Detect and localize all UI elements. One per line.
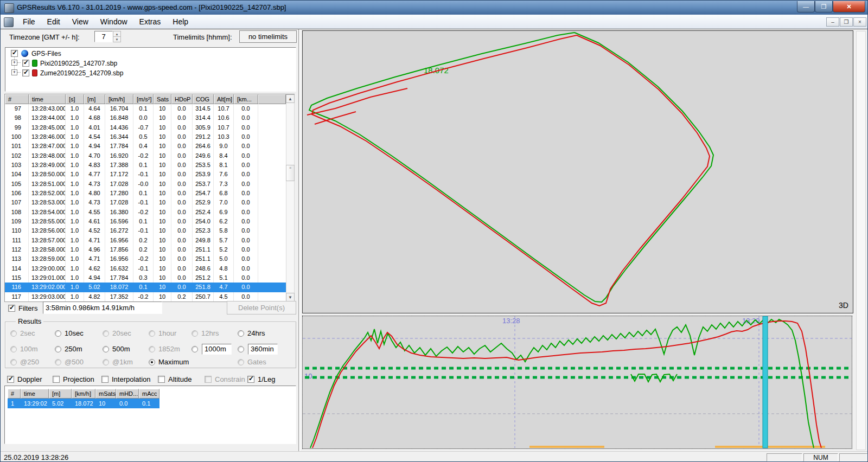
radio-gates[interactable] xyxy=(238,359,244,365)
table-header-cell[interactable]: [km... xyxy=(234,94,258,104)
table-row[interactable]: 10913:28:55.0001.04.6116.5960.1100.0254.… xyxy=(5,217,286,226)
tree-item-label[interactable]: Pixi20190225_142707.sbp xyxy=(40,60,117,67)
filters-checkbox[interactable]: ✓ xyxy=(8,305,15,312)
mdi-restore-button[interactable]: ❐ xyxy=(840,17,853,27)
table-row[interactable]: 10713:28:53.0001.04.7317.028-0.1100.0252… xyxy=(5,198,286,207)
menu-item-extras[interactable]: Extras xyxy=(133,17,167,26)
checkbox-1-leg[interactable]: ✓ xyxy=(247,376,254,383)
results-header-cell[interactable]: [m] xyxy=(49,389,72,399)
table-row[interactable]: 10213:28:48.0001.04.7016.920-0.2100.0249… xyxy=(5,151,286,161)
table-row[interactable]: 9913:28:45.0001.04.0114.436-0.7100.0305.… xyxy=(5,123,286,132)
checkbox-altitude[interactable] xyxy=(158,376,165,383)
tree-file-checkbox[interactable]: ✓ xyxy=(22,60,29,67)
radio-1000m[interactable] xyxy=(192,346,198,352)
table-row[interactable]: 11013:28:56.0001.04.5216.272-0.1100.0252… xyxy=(5,226,286,235)
table-row[interactable]: 11113:28:57.0001.04.7116.9560.2100.0249.… xyxy=(5,236,286,245)
radio-500[interactable] xyxy=(55,359,61,365)
tree-file-checkbox[interactable]: ✓ xyxy=(22,69,29,76)
table-row[interactable]: 9713:28:43.0001.04.6416.7040.1100.0314.5… xyxy=(5,104,286,113)
checkbox-doppler[interactable]: ✓ xyxy=(7,376,14,383)
table-scroll-up-button[interactable]: ▲ xyxy=(286,94,295,103)
radio-250[interactable] xyxy=(10,359,17,365)
results-header-cell[interactable]: mAcc xyxy=(139,389,159,399)
radio-2sec[interactable] xyxy=(10,330,17,337)
minimize-button[interactable]: — xyxy=(797,1,815,12)
table-row[interactable]: 10513:28:51.0001.04.7317.028-0.0100.0253… xyxy=(5,179,286,189)
mdi-document-icon[interactable] xyxy=(4,17,14,27)
tree-item-root[interactable]: GPS-Files xyxy=(31,50,61,57)
table-row[interactable]: 11313:28:59.0001.04.7116.956-0.2100.0251… xyxy=(5,254,286,264)
table-header-cell[interactable]: [km/h] xyxy=(105,94,133,104)
table-scroll-down-button[interactable]: ▼ xyxy=(286,293,295,301)
tree-root-checkbox[interactable]: ✓ xyxy=(11,50,18,57)
radio-maximum[interactable] xyxy=(149,359,155,365)
menu-item-help[interactable]: Help xyxy=(167,17,194,26)
table-header-cell[interactable]: [m/s²] xyxy=(133,94,154,104)
1000m-input[interactable]: 1000m xyxy=(202,344,232,355)
table-row[interactable]: 10613:28:52.0001.04.8017.2800.1100.0254.… xyxy=(5,189,286,198)
radio-1km[interactable] xyxy=(103,359,109,365)
menu-item-view[interactable]: View xyxy=(66,17,94,26)
table-row[interactable]: 11413:29:00.0001.04.6216.632-0.1100.0248… xyxy=(5,264,286,273)
table-row[interactable]: 11213:28:58.0001.04.9617.8560.2100.0251.… xyxy=(5,245,286,254)
mdi-close-button[interactable]: × xyxy=(853,17,866,27)
results-header-cell[interactable]: mSats xyxy=(95,389,116,399)
menu-item-file[interactable]: File xyxy=(17,17,41,26)
table-header-cell[interactable]: time xyxy=(29,94,66,104)
window-scrollbar[interactable]: ▲ ▼ xyxy=(856,31,866,450)
table-row[interactable]: 10313:28:49.0001.04.8317.3880.1100.0253.… xyxy=(5,161,286,170)
track-points-table[interactable]: #time[s][m][km/h][m/s²]SatsHDoPCOGAlt[m]… xyxy=(4,94,295,302)
table-row[interactable]: 10113:28:47.0001.04.9417.7840.4100.0264.… xyxy=(5,142,286,151)
table-header-cell[interactable]: # xyxy=(5,94,29,104)
delete-points-button[interactable]: Delete Point(s) xyxy=(227,301,296,315)
radio-10sec[interactable] xyxy=(55,330,61,337)
table-header-cell[interactable]: HDoP xyxy=(171,94,193,104)
table-header-cell[interactable]: [s] xyxy=(66,94,84,104)
table-header-cell[interactable]: Alt[m] xyxy=(214,94,234,104)
tree-expander[interactable]: + xyxy=(11,69,17,75)
menu-item-window[interactable]: Window xyxy=(94,17,133,26)
timezone-spin-down-button[interactable]: ▼ xyxy=(113,36,121,42)
track-plot[interactable]: 18.072 3D xyxy=(302,30,853,313)
radio-500m[interactable] xyxy=(103,346,109,352)
position-marker[interactable] xyxy=(763,316,768,448)
results-header-cell[interactable]: time xyxy=(21,389,49,399)
file-tree[interactable]: ✓GPS-Files+✓Pixi20190225_142707.sbp+✓Zum… xyxy=(5,47,296,92)
timezone-input[interactable]: 7 xyxy=(94,31,113,42)
radio-20sec[interactable] xyxy=(103,330,109,337)
filter-summary[interactable]: 3:58min 0.986km 14.91km/h xyxy=(43,301,162,314)
radio-100m[interactable] xyxy=(10,346,17,352)
tree-expander[interactable]: + xyxy=(11,60,17,66)
panel-divider[interactable] xyxy=(298,29,301,451)
results-header-cell[interactable]: # xyxy=(8,389,21,399)
checkbox-projection[interactable] xyxy=(53,376,60,383)
radio-360min[interactable] xyxy=(238,346,244,352)
title-bar[interactable]: GPSResults V6.170 - 31.01.2019 - www.gps… xyxy=(1,1,868,15)
table-row[interactable]: 10413:28:50.0001.04.7717.172-0.1100.0253… xyxy=(5,170,286,179)
results-header-cell[interactable]: [km/h] xyxy=(72,389,95,399)
table-header-cell[interactable]: COG xyxy=(193,94,214,104)
menu-item-edit[interactable]: Edit xyxy=(41,17,66,26)
tree-item-label[interactable]: Zume20190225_142709.sbp xyxy=(40,69,123,77)
results-row[interactable]: 113:29:025.0218.072100.00.1 xyxy=(8,399,159,408)
timelimits-button[interactable]: no timelimits xyxy=(239,30,297,43)
table-row[interactable]: 10813:28:54.0001.04.5516.380-0.2100.0252… xyxy=(5,208,286,217)
table-scrollbar[interactable] xyxy=(286,94,295,301)
checkbox-interpolation[interactable] xyxy=(101,376,108,383)
table-row[interactable]: 9813:28:44.0001.04.6816.8480.0100.0314.4… xyxy=(5,113,286,123)
close-button[interactable]: ✕ xyxy=(833,1,865,12)
radio-12hrs[interactable] xyxy=(192,330,198,337)
radio-24hrs[interactable] xyxy=(238,330,244,337)
table-row[interactable]: 11613:29:02.0001.05.0218.0720.1100.0251.… xyxy=(5,283,286,292)
checkbox-constrain[interactable] xyxy=(205,376,212,383)
mdi-minimize-button[interactable]: – xyxy=(826,17,839,27)
table-scroll-thumb[interactable]: ≡ xyxy=(286,165,295,181)
table-header-cell[interactable] xyxy=(258,94,286,104)
restore-button[interactable]: ❐ xyxy=(815,1,833,12)
radio-250m[interactable] xyxy=(55,346,61,352)
table-row[interactable]: 11513:29:01.0001.04.9417.7840.3100.0251.… xyxy=(5,273,286,283)
table-row[interactable]: 11713:29:03.0001.04.8217.352-0.2100.2250… xyxy=(5,292,286,301)
results-header-cell[interactable]: mHD... xyxy=(116,389,139,399)
table-row[interactable]: 10013:28:46.0001.04.5416.3440.5100.0291.… xyxy=(5,132,286,142)
radio-1hour[interactable] xyxy=(149,330,155,337)
